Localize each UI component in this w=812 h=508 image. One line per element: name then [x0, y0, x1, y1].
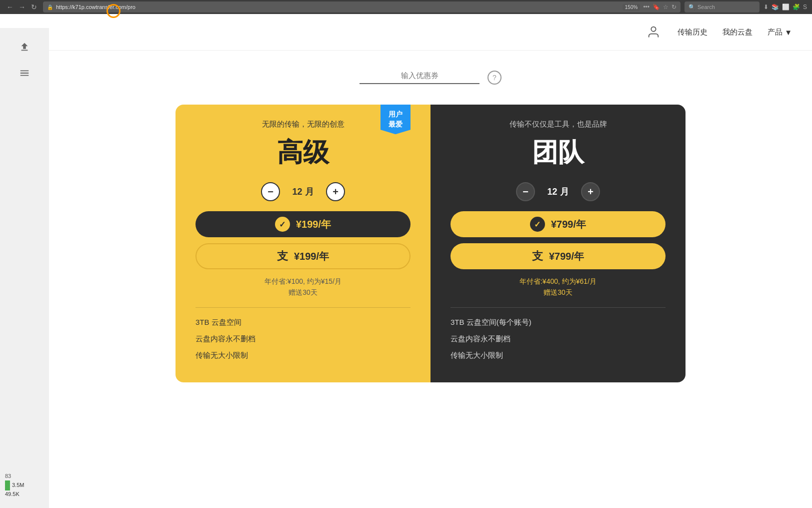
svg-point-0	[651, 27, 656, 32]
nav-products[interactable]: 产品 ▼	[768, 28, 792, 37]
network-stats: 83 3.5M 49.5K	[5, 472, 24, 498]
url-text: https://k71p.cowtransfer.com/pro	[56, 4, 136, 10]
page-wrapper: 传输历史 我的云盘 产品 ▼ ? 用户 最爱 无限的传输，无限的	[0, 14, 812, 508]
popular-badge: 用户 最爱	[380, 105, 410, 134]
search-icon: 🔍	[688, 4, 696, 11]
month-display-team: 12 月	[543, 186, 573, 198]
browser-right-icons: ⬇ 📚 ⬜ 🧩 S	[764, 4, 807, 11]
check-icon-team: ✓	[530, 217, 545, 232]
alipay-price-advanced: ¥199/年	[294, 250, 329, 263]
plan-advanced-subtitle: 无限的传输，无限的创意	[196, 120, 410, 129]
profile-icon[interactable]: S	[803, 4, 807, 11]
wechat-pay-team[interactable]: ✓ ¥799/年	[450, 211, 666, 237]
month-selector-advanced: − 12 月 +	[196, 182, 410, 201]
plan-divider-team	[450, 307, 666, 308]
window-icon[interactable]: ⬜	[782, 4, 790, 11]
star-icon[interactable]: ☆	[663, 4, 668, 11]
net-speed3: 49.5K	[5, 490, 24, 498]
coupon-input-wrapper	[360, 71, 480, 84]
alipay-advanced[interactable]: 支 ¥199/年	[196, 243, 410, 269]
nav-cloud[interactable]: 我的云盘	[722, 28, 752, 37]
month-selector-team: − 12 月 +	[450, 182, 666, 201]
month-minus-team[interactable]: −	[516, 182, 535, 201]
forward-button[interactable]: →	[17, 2, 27, 12]
extension-icon[interactable]: 🧩	[792, 4, 800, 11]
gift-text-team: 赠送30天	[450, 288, 666, 297]
plan-team: 传输不仅仅是工具，也是品牌 团队 − 12 月 + ✓ ¥799/年 支 ¥79…	[430, 105, 686, 382]
sidebar-icon-upload[interactable]	[14, 38, 36, 56]
main-content: 传输历史 我的云盘 产品 ▼ ? 用户 最爱 无限的传输，无限的	[49, 14, 812, 508]
savings-info-team: 年付省:¥400, 约为¥61/月 赠送30天	[450, 277, 666, 297]
alipay-price-team: ¥799/年	[549, 250, 584, 263]
bookmark-icon[interactable]: 🔖	[652, 4, 660, 11]
zoom-level: 150%	[622, 4, 640, 11]
plan-advanced-title: 高级	[196, 135, 410, 170]
chevron-down-icon: ▼	[784, 28, 792, 37]
alipay-icon-advanced: 支	[277, 249, 288, 264]
savings-info-advanced: 年付省:¥100, 约为¥15/月 赠送30天	[196, 277, 410, 297]
help-icon[interactable]: ?	[488, 71, 502, 85]
month-plus-team[interactable]: +	[581, 182, 600, 201]
sidebar-icon-lines[interactable]	[14, 64, 36, 82]
plan-advanced: 用户 最爱 无限的传输，无限的创意 高级 − 12 月 + ✓ ¥199/年	[176, 105, 430, 382]
wechat-price-team: ¥799/年	[551, 218, 586, 231]
check-icon-advanced: ✓	[275, 217, 290, 232]
sidebar	[0, 28, 49, 508]
savings-text-team: 年付省:¥400, 约为¥61/月	[450, 277, 666, 286]
top-navbar: 传输历史 我的云盘 产品 ▼	[49, 14, 812, 51]
refresh-button[interactable]: ↻	[29, 2, 39, 12]
nav-history[interactable]: 传输历史	[678, 28, 708, 37]
menu-dots[interactable]: •••	[643, 4, 650, 11]
savings-text-advanced: 年付省:¥100, 约为¥15/月	[196, 277, 410, 286]
alipay-icon-team: 支	[532, 249, 543, 264]
feature-advanced-1: 云盘内容永不删档	[196, 334, 410, 344]
back-button[interactable]: ←	[5, 2, 15, 12]
search-placeholder: Search	[698, 4, 715, 10]
feature-advanced-0: 3TB 云盘空间	[196, 318, 410, 327]
feature-team-2: 传输无大小限制	[450, 351, 666, 360]
net-speed2: 3.5M	[12, 481, 24, 489]
download-icon[interactable]: ⬇	[764, 4, 768, 11]
reload-icon[interactable]: ↻	[672, 4, 676, 11]
net-speed2-row: 3.5M	[5, 480, 24, 490]
lock-icon: 🔒	[47, 5, 53, 10]
coupon-section: ?	[49, 51, 812, 95]
net-bar	[5, 480, 10, 490]
plan-team-title: 团队	[450, 135, 666, 170]
feature-team-1: 云盘内容永不删档	[450, 334, 666, 344]
library-icon[interactable]: 📚	[772, 4, 779, 11]
browser-search-bar[interactable]: 🔍 Search	[684, 2, 760, 13]
coupon-input[interactable]	[360, 71, 480, 80]
nav-buttons: ← → ↻	[5, 2, 39, 12]
month-display-advanced: 12 月	[288, 186, 318, 198]
user-icon-btn[interactable]	[644, 23, 662, 41]
alipay-team[interactable]: 支 ¥799/年	[450, 243, 666, 269]
net-speed1: 83	[5, 472, 24, 480]
gift-text-advanced: 赠送30天	[196, 288, 410, 297]
wechat-price-advanced: ¥199/年	[296, 218, 331, 231]
address-bar[interactable]: 🔒 https://k71p.cowtransfer.com/pro 150% …	[43, 2, 680, 13]
month-plus-advanced[interactable]: +	[326, 182, 345, 201]
wechat-pay-advanced[interactable]: ✓ ¥199/年	[196, 211, 410, 237]
feature-team-0: 3TB 云盘空间(每个账号)	[450, 318, 666, 327]
browser-chrome: ← → ↻ 🔒 https://k71p.cowtransfer.com/pro…	[0, 0, 812, 14]
plan-divider-advanced	[196, 307, 410, 308]
plans-container: 用户 最爱 无限的传输，无限的创意 高级 − 12 月 + ✓ ¥199/年	[49, 95, 812, 402]
feature-advanced-2: 传输无大小限制	[196, 351, 410, 360]
month-minus-advanced[interactable]: −	[261, 182, 280, 201]
plan-team-subtitle: 传输不仅仅是工具，也是品牌	[450, 120, 666, 129]
